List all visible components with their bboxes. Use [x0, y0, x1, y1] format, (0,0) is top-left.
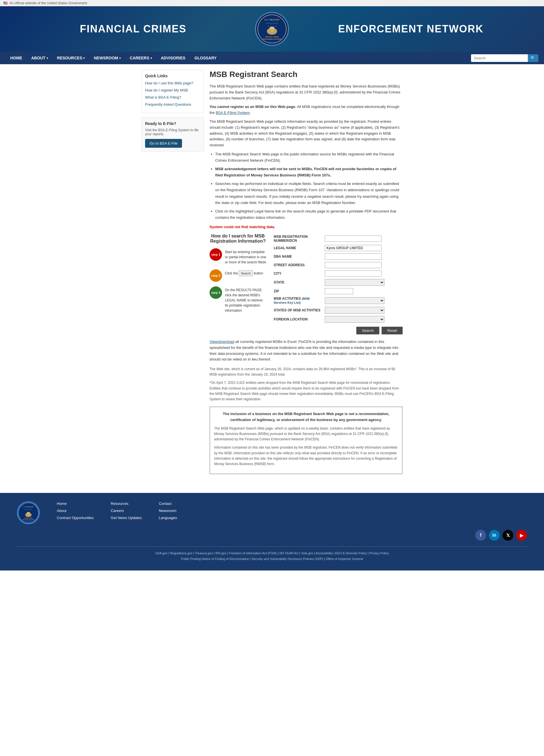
efile-description: Visit the BSA E-Filing System to file yo… [145, 128, 200, 136]
nav-search-button[interactable]: 🔍 [528, 54, 538, 62]
bullet-3: Searches may be performed on individual … [215, 181, 403, 206]
search-button[interactable]: Search [356, 327, 379, 334]
footer-irs-gov[interactable]: IRS.gov [216, 551, 227, 555]
input-dba[interactable] [325, 253, 381, 260]
svg-text:FINANCIAL CRIMES: FINANCIAL CRIMES [24, 518, 33, 519]
nav-home[interactable]: HOME [6, 52, 27, 64]
search-form-table: MSB REGISTRATION NUMBER/DCN LEGAL NAME D… [272, 234, 403, 324]
main-content: MSB Registrant Search The MSB Registrant… [210, 70, 403, 479]
svg-text:ENFORCEMENT NETWORK: ENFORCEMENT NETWORK [263, 38, 281, 40]
svg-text:0100110 0110100: 0100110 0110100 [25, 509, 32, 510]
page-layout: Quick Links How do I use this Web page? … [136, 64, 408, 484]
footer-link-home[interactable]: Home [57, 501, 94, 506]
view-download-link[interactable]: View/download [210, 340, 234, 344]
sidebar-link-4[interactable]: Frequently Asked Questions [145, 102, 200, 107]
nav-newsroom[interactable]: NEWSROOM ▾ [89, 52, 125, 64]
footer-link-contract[interactable]: Contract Opportunities [57, 516, 94, 520]
input-legal-name[interactable] [325, 245, 381, 251]
facebook-icon[interactable]: f [475, 530, 486, 541]
nav-advisories[interactable]: ADVISORIES [157, 52, 190, 64]
footer-public-posting[interactable]: Public Posting Notice of Finding of Disc… [181, 557, 249, 561]
footer-usa-gov[interactable]: USA.gov [155, 551, 168, 555]
step-1-row: step 1 Start by entering complete or par… [210, 248, 266, 265]
footer-eeo[interactable]: EEO & Diversity Policy [335, 551, 367, 555]
official-banner: 🇺🇸 An official website of the United Sta… [0, 0, 544, 6]
footer-top: U.S. TREASURY 0100110 0110100 FINANCIAL … [17, 501, 527, 524]
site-footer: U.S. TREASURY 0100110 0110100 FINANCIAL … [0, 493, 544, 570]
select-foreign[interactable] [325, 316, 384, 323]
footer-vote-gov[interactable]: Vote.gov [301, 551, 313, 555]
sidebar-link-1[interactable]: How do I use this Web page? [145, 81, 200, 86]
footer-foia[interactable]: Freedom of Information Act (FOIA) [229, 551, 277, 555]
step-3-label: step 3 [211, 291, 220, 294]
step-1-circle: step 1 [210, 248, 222, 261]
input-zip[interactable] [325, 288, 353, 294]
cannot-register-text: You cannot register as an MSB on this We… [210, 105, 296, 109]
step-1-text: Start by entering complete or partial in… [225, 248, 266, 265]
footer-link-languages[interactable]: Languages [159, 516, 177, 520]
view-download-paragraph: View/download all currently registered M… [210, 339, 403, 363]
how-search-section: How do I search for MSB Registration Inf… [210, 234, 403, 334]
nav-resources[interactable]: RESOURCES ▾ [53, 52, 89, 64]
form-row-legal-name: LEGAL NAME [272, 244, 403, 252]
site-header: FINANCIAL CRIMES U.S. TREASURY 0100110 0… [0, 6, 544, 52]
sidebar-link-2[interactable]: How do I register My MSB [145, 88, 200, 93]
select-msb-activities[interactable] [325, 297, 384, 304]
svg-text:01001110 1001001: 01001110 1001001 [267, 41, 277, 43]
footer-oig[interactable]: Office of Inspector General [326, 557, 363, 561]
disclaimer-box: The inclusion of a business on the MSB R… [210, 407, 403, 474]
footer-link-contact[interactable]: Contact [159, 501, 177, 506]
step-search-inline-btn: Search [239, 270, 253, 276]
footer-logo: U.S. TREASURY 0100110 0110100 FINANCIAL … [17, 501, 40, 524]
disclaimer-p1: The MSB Registrant Search Web page, whic… [214, 426, 398, 442]
official-text: An official website of the United States… [9, 1, 87, 5]
step-2-row: step 2 Click the Search button [210, 269, 266, 282]
footer-regulations-gov[interactable]: Regulations.gov [170, 551, 193, 555]
data-note-2: *On April 7, 2023 3,422 entities were dr… [210, 380, 403, 402]
footer-privacy[interactable]: Privacy Policy [369, 551, 389, 555]
info-bullet-list: The MSB Registrant Search Web page is th… [215, 151, 403, 221]
label-zip: ZIP [272, 287, 323, 295]
step-2-before: Click the [225, 271, 239, 275]
input-city[interactable] [325, 270, 381, 277]
search-form: MSB REGISTRATION NUMBER/DCN LEGAL NAME D… [272, 234, 403, 334]
linkedin-icon[interactable]: in [489, 530, 500, 541]
label-city: CITY [272, 269, 323, 278]
step-1-label: step 1 [211, 253, 220, 256]
footer-link-news-updates[interactable]: Get News Updates [111, 516, 142, 520]
step-2-text: Click the Search button [225, 269, 263, 276]
twitter-icon[interactable]: 𝕏 [503, 530, 513, 541]
footer-security[interactable]: Security and Vulnerability Disclosure Po… [252, 557, 323, 561]
bullet-1: The MSB Registrant Search Web page is th… [215, 151, 403, 164]
form-row-states-msb: STATES OF MSB ACTIVITIES [272, 306, 403, 315]
footer-accessibility[interactable]: Accessibility [316, 551, 333, 555]
footer-link-careers[interactable]: Careers [111, 509, 142, 513]
how-search-left: How do I search for MSB Registration Inf… [210, 234, 266, 334]
reset-button[interactable]: Reset [381, 327, 403, 334]
how-search-title: How do I search for MSB Registration Inf… [210, 234, 266, 244]
sidebar: Quick Links How do I use this Web page? … [141, 70, 204, 479]
us-flag: 🇺🇸 [3, 1, 8, 5]
bsa-efiling-link[interactable]: BSA E-Filing System [216, 111, 250, 115]
input-msb-reg[interactable] [325, 236, 381, 242]
view-download-text: all currently registered MSBs in Excel. … [210, 340, 398, 361]
input-street[interactable] [325, 262, 381, 268]
footer-treasury-gov[interactable]: Treasury.gov [195, 551, 213, 555]
bsa-efile-button[interactable]: Go to BSA E-File [145, 139, 182, 148]
nav-careers[interactable]: CAREERS ▾ [125, 52, 156, 64]
footer-no-fear[interactable]: NO FEAR Act [279, 551, 298, 555]
sidebar-link-3[interactable]: What is BSA E-Filing? [145, 95, 200, 100]
nav-search-input[interactable] [471, 54, 528, 62]
footer-link-newsroom[interactable]: Newsroom [159, 509, 177, 513]
select-states-msb[interactable] [325, 307, 384, 314]
nav-glossary[interactable]: GLOSSARY [190, 52, 221, 64]
footer-link-about[interactable]: About [57, 509, 94, 513]
youtube-icon[interactable]: ▶ [516, 530, 527, 541]
form-row-foreign: FOREIGN LOCATION [272, 315, 403, 324]
page-title: MSB Registrant Search [210, 70, 403, 79]
select-state[interactable]: ALAKAZCA FLNYTX [325, 279, 384, 286]
label-legal-name: LEGAL NAME [272, 244, 323, 252]
footer-link-resources[interactable]: Resources [111, 501, 142, 506]
nav-about[interactable]: ABOUT ▾ [27, 52, 53, 64]
intro-paragraph-3: The MSB Registrant Search Web page refle… [210, 119, 403, 148]
